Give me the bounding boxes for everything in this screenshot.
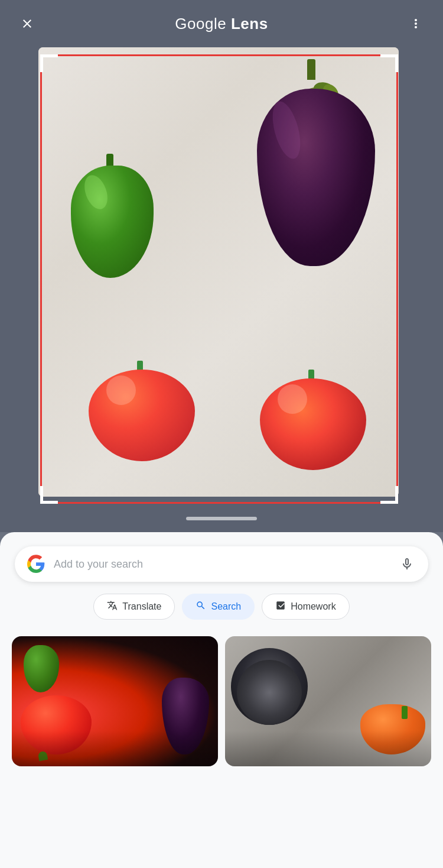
search-placeholder-text[interactable]: Add to your search [54, 558, 389, 571]
result-card-1[interactable] [12, 636, 218, 766]
tomato-left [86, 361, 198, 461]
top-bar: Google Lens [0, 0, 443, 47]
translate-icon [107, 600, 118, 613]
mode-tabs: Translate Search Homework [0, 594, 443, 620]
results-grid [0, 624, 443, 766]
green-pepper [68, 154, 159, 278]
tab-homework[interactable]: Homework [262, 594, 349, 620]
homework-icon [275, 600, 286, 613]
bottom-sheet: Add to your search Translate Search [0, 532, 443, 868]
drag-handle[interactable] [186, 517, 257, 520]
more-options-button[interactable] [403, 11, 429, 37]
photo-container[interactable] [38, 47, 399, 497]
image-section [0, 0, 443, 532]
tab-translate-label: Translate [122, 601, 161, 612]
tab-search[interactable]: Search [182, 594, 255, 620]
tomato-right [257, 370, 369, 461]
eggplant [251, 59, 381, 266]
photo-image [38, 47, 399, 497]
app-title: Google Lens [175, 15, 268, 33]
tab-homework-label: Homework [291, 601, 335, 612]
result-card-2[interactable] [225, 636, 431, 766]
tab-translate[interactable]: Translate [93, 594, 175, 620]
mic-button[interactable] [398, 555, 416, 574]
google-logo [27, 555, 45, 574]
search-icon [196, 600, 206, 613]
tab-search-label: Search [211, 601, 241, 612]
search-bar[interactable]: Add to your search [15, 546, 428, 582]
close-button[interactable] [14, 11, 40, 37]
